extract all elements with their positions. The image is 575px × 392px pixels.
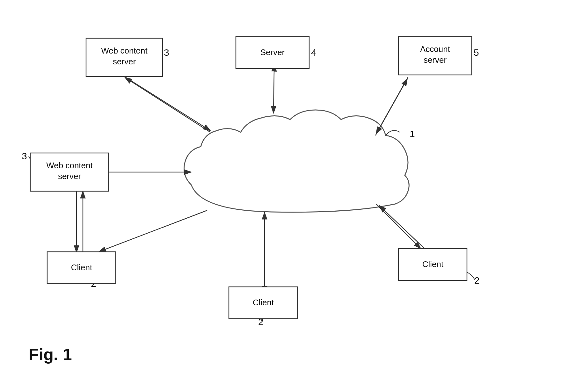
cloud-shape bbox=[184, 110, 409, 212]
svg-line-13 bbox=[379, 206, 424, 248]
svg-text:Client: Client bbox=[253, 298, 274, 307]
svg-line-2 bbox=[124, 76, 210, 131]
svg-text:server: server bbox=[424, 55, 447, 65]
svg-text:Web content: Web content bbox=[101, 46, 148, 55]
svg-text:3: 3 bbox=[164, 47, 169, 58]
svg-text:2: 2 bbox=[474, 275, 480, 286]
svg-line-4 bbox=[273, 71, 274, 113]
svg-text:Server: Server bbox=[260, 47, 285, 57]
svg-text:1: 1 bbox=[410, 128, 415, 139]
svg-text:server: server bbox=[58, 171, 81, 181]
figure-label: Fig. 1 bbox=[29, 345, 72, 364]
svg-line-3 bbox=[125, 77, 210, 132]
svg-line-12 bbox=[376, 204, 421, 249]
svg-text:5: 5 bbox=[474, 47, 479, 58]
svg-text:4: 4 bbox=[311, 47, 317, 58]
svg-line-8 bbox=[99, 210, 207, 252]
svg-text:server: server bbox=[113, 57, 136, 66]
diagram: 1 3 4 5 3 2 2 2 Web content server Serve… bbox=[0, 0, 575, 392]
svg-line-6 bbox=[375, 79, 407, 135]
svg-text:Client: Client bbox=[71, 263, 92, 272]
svg-text:3: 3 bbox=[22, 151, 27, 161]
svg-text:Account: Account bbox=[420, 44, 450, 54]
svg-text:Client: Client bbox=[422, 259, 444, 269]
svg-text:Web content: Web content bbox=[46, 161, 93, 170]
